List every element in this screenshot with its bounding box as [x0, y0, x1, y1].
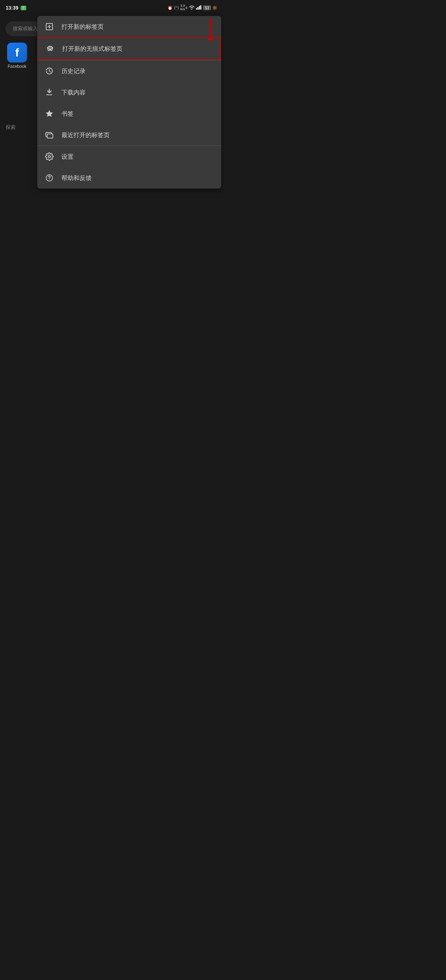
- alarm-icon: ⏰: [167, 6, 172, 10]
- new-tab-icon: [45, 22, 54, 32]
- facebook-shortcut[interactable]: f Facebook: [7, 43, 27, 69]
- bookmarks-label: 书签: [61, 110, 73, 118]
- battery-icon: 53: [203, 5, 211, 10]
- incognito-icon: [45, 44, 55, 54]
- history-label: 历史记录: [61, 67, 86, 75]
- data-speed: 3.3K/s: [180, 4, 185, 11]
- incognito-label: 打开新的无痕式标签页: [62, 45, 123, 53]
- status-bar: 13:39 ⏱ ⏰ 📳 3.3K/s 6 53 🔆: [0, 0, 223, 14]
- settings-label: 设置: [61, 153, 73, 161]
- recent-tabs-label: 最近打开的标签页: [61, 131, 110, 139]
- menu-item-incognito[interactable]: 打开新的无痕式标签页: [37, 37, 221, 60]
- bookmark-icon: [45, 109, 54, 119]
- explore-label: 探索: [6, 124, 16, 130]
- menu-item-downloads[interactable]: 下载内容: [37, 82, 221, 103]
- svg-point-9: [51, 49, 52, 51]
- signal-icon: [196, 5, 202, 10]
- status-icons: ⏰ 📳 3.3K/s 6 53 🔆: [167, 4, 217, 11]
- context-menu: 打开新的标签页 打开新的无痕式标签页: [37, 16, 221, 189]
- svg-rect-1: [198, 7, 199, 10]
- menu-item-help[interactable]: 帮助和反馈: [37, 167, 221, 189]
- download-icon: [45, 88, 54, 97]
- svg-point-8: [48, 49, 50, 51]
- vibrate-icon: 📳: [174, 6, 179, 10]
- svg-point-15: [48, 156, 51, 158]
- menu-item-settings[interactable]: 设置: [37, 146, 221, 167]
- help-label: 帮助和反馈: [61, 174, 92, 182]
- settings-icon: [45, 152, 54, 162]
- network-type: 6: [186, 6, 188, 10]
- history-icon: [45, 66, 54, 76]
- search-placeholder: 搜索或输入: [13, 25, 38, 31]
- menu-item-recent-tabs[interactable]: 最近打开的标签页: [37, 124, 221, 146]
- help-icon: [45, 173, 54, 183]
- downloads-label: 下载内容: [61, 88, 86, 97]
- facebook-logo: f: [7, 43, 27, 62]
- recent-tabs-icon: [45, 130, 54, 140]
- brightness-icon: 🔆: [212, 6, 217, 10]
- status-time: 13:39: [6, 5, 19, 11]
- wifi-icon: [189, 5, 194, 10]
- incognito-arrow: [208, 19, 213, 40]
- svg-marker-12: [46, 110, 53, 117]
- menu-item-new-tab[interactable]: 打开新的标签页: [37, 16, 221, 37]
- menu-item-bookmarks[interactable]: 书签: [37, 103, 221, 124]
- facebook-label: Facebook: [7, 64, 27, 69]
- svg-rect-3: [200, 5, 201, 10]
- menu-item-history[interactable]: 历史记录: [37, 60, 221, 82]
- svg-rect-0: [196, 8, 197, 10]
- svg-rect-14: [47, 134, 53, 138]
- new-tab-label: 打开新的标签页: [61, 23, 104, 31]
- svg-rect-2: [199, 6, 200, 10]
- timer-icon: ⏱: [21, 6, 26, 10]
- svg-point-17: [49, 180, 50, 180]
